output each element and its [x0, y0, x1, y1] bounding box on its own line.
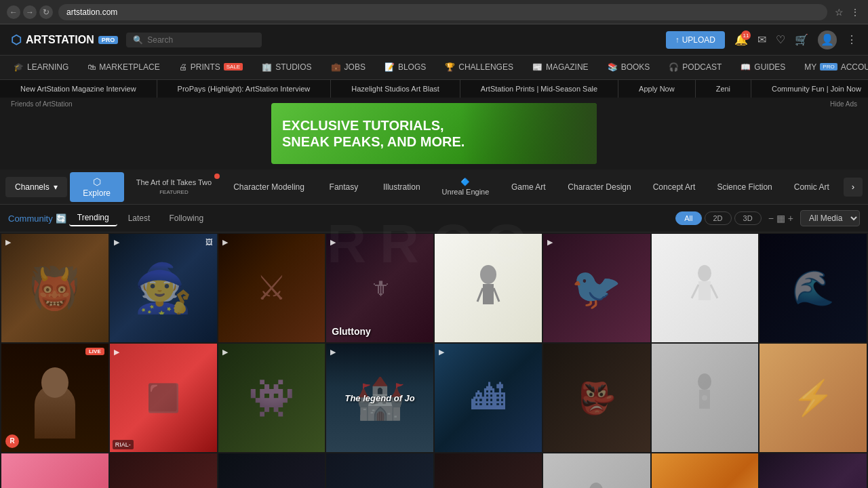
- channel-fantasy[interactable]: Fantasy: [317, 172, 371, 202]
- notifications-button[interactable]: 🔔 11: [734, 33, 748, 46]
- nav-marketplace[interactable]: 🛍 MARKETPLACE: [85, 56, 162, 79]
- nav-learning[interactable]: 🎓 LEARNING: [11, 56, 71, 79]
- gallery-item[interactable]: 🧙 ▶ 🖼: [110, 234, 217, 342]
- channel-comic-art[interactable]: Comic Art: [785, 172, 839, 202]
- grid-smaller-button[interactable]: −: [768, 213, 774, 224]
- menu-icon[interactable]: ⋮: [849, 6, 861, 18]
- nav-jobs[interactable]: 💼 JOBS: [328, 56, 368, 79]
- forward-button[interactable]: →: [23, 5, 37, 19]
- pro-label: PRO: [820, 63, 837, 70]
- logo-text: ARTSTATION: [26, 34, 94, 46]
- grid-larger-button[interactable]: +: [788, 213, 793, 224]
- gallery-item[interactable]: 🌆 ASHES of CREATION: [218, 453, 326, 488]
- gallery-item[interactable]: [652, 234, 759, 342]
- gallery-item[interactable]: 👸: [760, 453, 867, 488]
- filter-bar: Community 🔄 Trending Latest Following Al…: [0, 205, 868, 232]
- featured-badge: [214, 174, 220, 179]
- latest-tab[interactable]: Latest: [120, 211, 159, 226]
- gallery-item[interactable]: 🗡 Gluttony ▶: [326, 234, 433, 342]
- send-button[interactable]: ✉: [757, 33, 766, 46]
- gallery-item[interactable]: 🐦 ▶: [543, 234, 650, 342]
- channel-illustration[interactable]: Illustration: [374, 172, 430, 202]
- gallery-item[interactable]: ⚡: [760, 344, 867, 452]
- following-tab[interactable]: Following: [161, 211, 212, 226]
- cart-button[interactable]: 🛒: [795, 33, 808, 46]
- gallery-item[interactable]: [435, 234, 542, 342]
- gallery-item-webcam[interactable]: R LIVE: [1, 344, 108, 452]
- trending-tab[interactable]: Trending: [69, 210, 117, 226]
- browser-icons: ☆ ⋮: [833, 6, 861, 18]
- upload-button[interactable]: ↑ UPLOAD: [666, 31, 725, 49]
- channel-character-design[interactable]: Character Design: [558, 172, 640, 202]
- filter-right: All 2D 3D − ▦ + All Media: [675, 210, 860, 226]
- wishlist-button[interactable]: ♡: [776, 33, 785, 46]
- nav-blogs[interactable]: 📝 BLOGS: [382, 56, 429, 79]
- gallery-item[interactable]: ⚔ Udemy: [652, 453, 759, 488]
- nav-challenges[interactable]: 🏆 CHALLENGES: [442, 56, 516, 79]
- gallery-item[interactable]: 🚀: [326, 453, 433, 488]
- channel-character-modeling[interactable]: Character Modeling: [224, 172, 314, 202]
- star-icon[interactable]: ☆: [833, 6, 845, 18]
- gallery-item[interactable]: [652, 344, 759, 452]
- nav-my-account[interactable]: MY PRO ACCOUNT: [802, 56, 868, 79]
- ticker-item-7[interactable]: Community Fun | Join Now: [751, 80, 868, 98]
- gallery-item[interactable]: 👹: [435, 453, 542, 488]
- ticker-item-6[interactable]: Zeni: [696, 80, 751, 98]
- pill-2d[interactable]: 2D: [705, 211, 732, 225]
- gallery-item[interactable]: 👾 ▶: [218, 344, 326, 452]
- gallery-item[interactable]: 👹 ▶: [1, 234, 108, 342]
- nav-prints[interactable]: 🖨 PRINTS SALE: [176, 56, 245, 79]
- news-ticker: New ArtStation Magazine Interview ProPay…: [0, 80, 868, 98]
- advertisement-banner[interactable]: EXCLUSIVE TUTORIALS, SNEAK PEAKS, AND MO…: [271, 103, 597, 164]
- channels-bar: Channels ▾ ⬡ Explore The Art of It Takes…: [0, 169, 868, 205]
- channel-science-fiction[interactable]: Science Fiction: [707, 172, 781, 202]
- channel-art-of-it-takes-two[interactable]: The Art of It Takes Two FEATURED: [127, 172, 221, 202]
- channel-explore[interactable]: ⬡ Explore: [70, 172, 124, 202]
- search-box[interactable]: 🔍: [126, 33, 262, 47]
- ticker-item-4[interactable]: ArtStation Prints | Mid-Season Sale: [460, 80, 618, 98]
- logo[interactable]: ⬡ ARTSTATION PRO: [11, 33, 118, 47]
- pill-all[interactable]: All: [675, 211, 701, 225]
- hide-ads-button[interactable]: Hide Ads: [830, 100, 857, 108]
- gallery-item[interactable]: 🏙 ▶: [435, 344, 542, 452]
- filter-tabs: Community 🔄 Trending Latest Following: [8, 210, 212, 226]
- channel-game-art[interactable]: Game Art: [501, 172, 555, 202]
- top-navigation: ⬡ ARTSTATION PRO 🔍 ↑ UPLOAD 🔔 11 ✉ ♡ 🛒 👤…: [0, 24, 868, 56]
- refresh-button[interactable]: ↻: [39, 5, 53, 19]
- media-type-select[interactable]: All Media: [800, 210, 860, 226]
- ticker-item-3[interactable]: Hazelight Studios Art Blast: [331, 80, 460, 98]
- gallery-item[interactable]: ⚔ ▶: [218, 234, 326, 342]
- grid-medium-button[interactable]: ▦: [776, 213, 785, 224]
- nav-studios[interactable]: 🏢 STUDIOS: [259, 56, 314, 79]
- search-input[interactable]: [147, 35, 249, 45]
- community-tab[interactable]: Community 🔄: [8, 214, 66, 224]
- gallery-item[interactable]: [543, 453, 650, 488]
- channel-unreal-engine[interactable]: 🔷Unreal Engine: [433, 172, 499, 202]
- nav-magazine[interactable]: 📰 MAGAZINE: [530, 56, 591, 79]
- back-button[interactable]: ←: [7, 5, 20, 19]
- banner-image: [461, 103, 597, 164]
- gallery-item[interactable]: 🏰 The legend of Jo ▶: [326, 344, 433, 452]
- gallery-item[interactable]: 🌊: [760, 234, 867, 342]
- nav-guides[interactable]: 📖 GUIDES: [738, 56, 788, 79]
- gallery-item[interactable]: ⬛ RIAL- ▶: [110, 344, 217, 452]
- nav-books[interactable]: 📚 BOOKS: [605, 56, 653, 79]
- ticker-item-1[interactable]: New ArtStation Magazine Interview: [0, 80, 157, 98]
- secondary-navigation: 🎓 LEARNING 🛍 MARKETPLACE 🖨 PRINTS SALE 🏢…: [0, 56, 868, 80]
- channels-next-button[interactable]: ›: [844, 178, 863, 197]
- address-bar[interactable]: [58, 4, 827, 20]
- notification-count: 11: [741, 30, 751, 40]
- channel-concept-art[interactable]: Concept Art: [644, 172, 705, 202]
- ticker-item-2[interactable]: ProPays (Highlight): ArtStation Intervie…: [157, 80, 332, 98]
- nav-podcast[interactable]: 🎧 PODCAST: [666, 56, 724, 79]
- nav-actions: ↑ UPLOAD 🔔 11 ✉ ♡ 🛒 👤 ⋮: [666, 30, 857, 49]
- pill-3d[interactable]: 3D: [734, 211, 762, 225]
- gallery-item[interactable]: 👩: [1, 453, 108, 488]
- ticker-item-5[interactable]: Apply Now: [618, 80, 696, 98]
- more-options-button[interactable]: ⋮: [846, 33, 857, 46]
- avatar[interactable]: 👤: [818, 30, 837, 49]
- channels-dropdown-button[interactable]: Channels ▾: [5, 177, 67, 197]
- gallery-item[interactable]: 👺: [543, 344, 650, 452]
- featured-label: FEATURED: [159, 189, 189, 195]
- gallery-item[interactable]: 🦎: [110, 453, 217, 488]
